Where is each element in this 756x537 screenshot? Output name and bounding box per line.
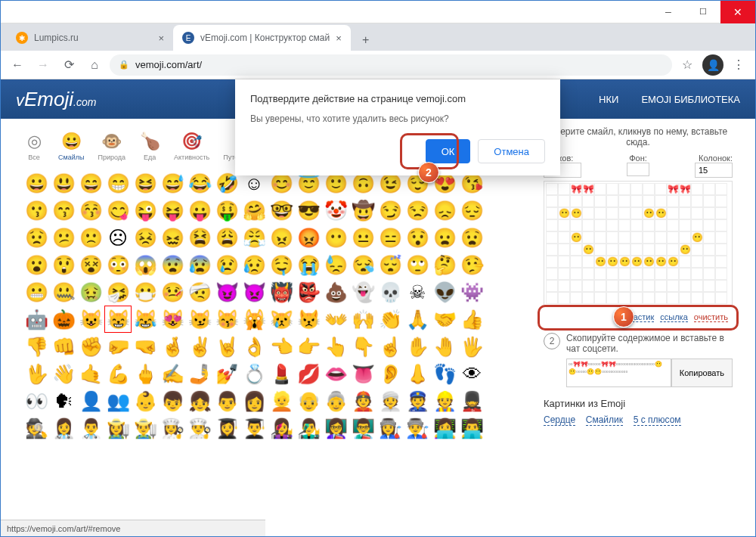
canvas-cell[interactable]: 😶 [691, 231, 703, 244]
canvas-cell[interactable] [679, 207, 691, 219]
emoji-cell[interactable]: 😬 [23, 279, 49, 305]
emoji-cell[interactable]: ☹ [105, 225, 131, 250]
emoji-cell[interactable]: 😖 [160, 225, 185, 250]
emoji-cell[interactable]: 😋 [105, 197, 131, 223]
emoji-cell[interactable]: 🙌 [350, 306, 376, 332]
emoji-cell[interactable]: ☝ [377, 334, 403, 359]
emoji-cell[interactable]: 😙 [51, 197, 76, 223]
emoji-cell[interactable]: 👋 [51, 361, 76, 386]
canvas-cell[interactable] [631, 219, 643, 231]
canvas-cell[interactable] [691, 244, 703, 256]
emoji-cell[interactable]: 😈 [214, 279, 240, 305]
emoji-cell[interactable]: 😹 [132, 306, 158, 332]
emoji-cell[interactable]: 😅 [160, 170, 185, 196]
canvas-cell[interactable] [655, 219, 667, 231]
canvas-cell[interactable] [691, 207, 703, 219]
canvas-cell[interactable] [606, 268, 618, 280]
canvas-cell[interactable] [582, 280, 594, 292]
emoji-cell[interactable]: 😩 [214, 225, 240, 250]
canvas-cell[interactable] [546, 268, 558, 280]
emoji-cell[interactable]: 😔 [459, 197, 485, 223]
canvas-cell[interactable] [703, 207, 715, 219]
canvas-cell[interactable] [643, 268, 655, 280]
emoji-cell[interactable]: 👾 [459, 279, 485, 305]
emoji-cell[interactable]: 👹 [268, 279, 294, 305]
canvas-cell[interactable] [558, 195, 570, 207]
canvas-cell[interactable] [582, 231, 594, 244]
emoji-cell[interactable]: 💀 [377, 279, 403, 305]
emoji-cell[interactable]: 💪 [105, 361, 131, 386]
canvas-cell[interactable] [582, 256, 594, 268]
emoji-cell[interactable]: 🕵 [23, 415, 49, 441]
emoji-cell[interactable]: 😜 [132, 197, 158, 223]
canvas-cell[interactable] [558, 231, 570, 244]
canvas-cell[interactable] [643, 292, 655, 304]
emoji-cell[interactable]: 😃 [51, 170, 76, 196]
canvas-cell[interactable] [703, 183, 715, 195]
canvas-cell[interactable] [558, 280, 570, 292]
emoji-cell[interactable]: 👶 [132, 388, 158, 414]
canvas-cell[interactable] [631, 268, 643, 280]
canvas-cell[interactable] [594, 292, 606, 304]
emoji-cell[interactable]: 💋 [296, 361, 321, 386]
emoji-cell[interactable]: 👆 [323, 334, 349, 359]
emoji-cell[interactable]: 👀 [23, 388, 49, 414]
canvas-cell[interactable] [631, 195, 643, 207]
canvas-cell[interactable] [679, 256, 691, 268]
emoji-cell[interactable]: 👨‍🌾 [132, 415, 158, 441]
canvas-cell[interactable] [618, 207, 631, 219]
canvas-cell[interactable] [546, 244, 558, 256]
emoji-cell[interactable]: 👊 [51, 334, 76, 359]
canvas-cell[interactable] [667, 268, 679, 280]
emoji-cell[interactable]: 😦 [432, 225, 457, 250]
emoji-cell[interactable]: 👳 [377, 388, 403, 414]
code-output[interactable]: ▫▫🎀🎀▫▫▫▫▫▫🎀🎀▫▫▫▫▫▫▫▫▫▫▫▫▫▫▫▫▫▫😶😶▫▫▫▫▫😶😶▫… [566, 359, 671, 387]
emoji-cell[interactable]: 🤑 [214, 197, 240, 223]
emoji-cell[interactable]: 😂 [187, 170, 212, 196]
emoji-cell[interactable]: 👦 [160, 388, 185, 414]
category-tab[interactable]: 🐵Природа [98, 131, 125, 161]
canvas-cell[interactable] [715, 292, 727, 304]
canvas-cell[interactable] [655, 231, 667, 244]
canvas-cell[interactable] [691, 183, 703, 195]
canvas-cell[interactable] [606, 280, 618, 292]
emoji-cell[interactable]: 😲 [51, 252, 76, 278]
canvas-cell[interactable] [667, 207, 679, 219]
emoji-cell[interactable]: 😕 [51, 225, 76, 250]
canvas-cell[interactable] [715, 195, 727, 207]
tab-vemoji[interactable]: E vEmoji.com | Конструктор смай × [173, 25, 351, 51]
canvas-cell[interactable] [703, 244, 715, 256]
profile-avatar[interactable]: 👤 [702, 54, 723, 76]
canvas-cell[interactable] [667, 280, 679, 292]
emoji-cell[interactable]: 🙁 [78, 225, 104, 250]
emoji-cell[interactable]: 🤛 [105, 334, 131, 359]
emoji-cell[interactable]: 👷 [432, 388, 457, 414]
emoji-cell[interactable]: 👲 [350, 388, 376, 414]
emoji-cell[interactable]: 😟 [23, 225, 49, 250]
tab-lumpics[interactable]: ✱ Lumpics.ru × [7, 25, 173, 51]
canvas-cell[interactable]: 😶 [606, 256, 618, 268]
emoji-cell[interactable]: 😥 [241, 252, 267, 278]
emoji-cell[interactable]: 😴 [377, 252, 403, 278]
emoji-cell[interactable]: 👁 [459, 361, 485, 386]
emoji-cell[interactable]: 😄 [78, 170, 104, 196]
canvas-cell[interactable]: 😶 [679, 244, 691, 256]
emoji-cell[interactable]: 👂 [377, 361, 403, 386]
emoji-cell[interactable]: 👨‍🎓 [241, 415, 267, 441]
cols-input[interactable] [695, 163, 733, 178]
dialog-cancel-button[interactable]: Отмена [478, 139, 545, 163]
emoji-cell[interactable]: 🤡 [323, 197, 349, 223]
canvas-cell[interactable] [679, 219, 691, 231]
emoji-cell[interactable]: 😻 [160, 306, 185, 332]
emoji-cell[interactable]: 😯 [404, 225, 430, 250]
category-tab[interactable]: 😀Смайлы [58, 131, 84, 161]
emoji-cell[interactable]: 🤗 [241, 197, 267, 223]
canvas-cell[interactable] [546, 231, 558, 244]
related-link[interactable]: Сердце [544, 414, 575, 426]
emoji-cell[interactable]: 😶 [323, 225, 349, 250]
emoji-cell[interactable]: 😫 [187, 225, 212, 250]
canvas-cell[interactable] [546, 256, 558, 268]
canvas-cell[interactable] [594, 231, 606, 244]
canvas-cell[interactable]: 😶 [655, 256, 667, 268]
emoji-cell[interactable]: 👃 [404, 361, 430, 386]
